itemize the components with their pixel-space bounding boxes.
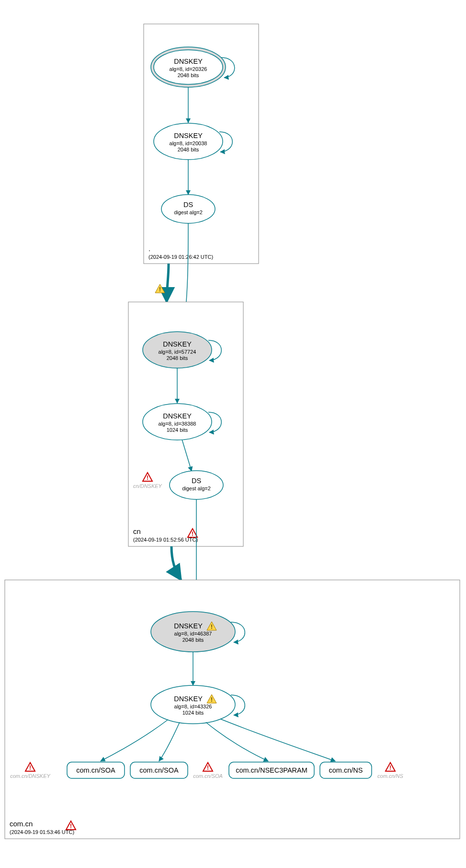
svg-text:digest alg=2: digest alg=2 (174, 209, 203, 215)
svg-text:2048 bits: 2048 bits (178, 147, 199, 152)
svg-text:com.cn/SOA: com.cn/SOA (139, 766, 179, 774)
svg-text:alg=8, id=57724: alg=8, id=57724 (159, 349, 196, 355)
svg-text:com.cn/NS: com.cn/NS (329, 766, 363, 774)
svg-text:alg=8, id=46387: alg=8, id=46387 (174, 631, 212, 637)
svg-text:DS: DS (192, 477, 201, 485)
svg-text:digest alg=2: digest alg=2 (182, 486, 211, 491)
zone-comcn-label: com.cn (10, 820, 33, 828)
svg-text:DNSKEY: DNSKEY (174, 58, 203, 65)
svg-text:DNSKEY: DNSKEY (163, 412, 192, 420)
svg-text:alg=8, id=43326: alg=8, id=43326 (174, 704, 212, 709)
svg-text:2048 bits: 2048 bits (167, 355, 188, 361)
leaf-nsec3param[interactable]: com.cn/NSEC3PARAM (229, 762, 314, 778)
ghost-cn-dnskey: cn/DNSKEY (133, 483, 162, 489)
svg-text:DNSKEY: DNSKEY (174, 132, 203, 139)
svg-text:1024 bits: 1024 bits (167, 427, 188, 433)
node-root-ksk[interactable]: DNSKEY alg=8, id=20326 2048 bits (151, 47, 226, 87)
zone-comcn-ts: (2024-09-19 01:53:46 UTC) (10, 829, 74, 835)
svg-text:DNSKEY: DNSKEY (163, 340, 192, 348)
svg-text:1024 bits: 1024 bits (182, 710, 204, 716)
svg-point-13 (161, 195, 215, 223)
svg-text:DNSKEY: DNSKEY (174, 695, 203, 703)
warning-icon (155, 284, 165, 293)
node-cn-ds[interactable]: DS digest alg=2 (170, 471, 223, 499)
zone-root-ts: (2024-09-19 01:26:42 UTC) (148, 254, 213, 260)
node-cn-zsk[interactable]: DNSKEY alg=8, id=38388 1024 bits (143, 404, 212, 440)
leaf-soa1[interactable]: com.cn/SOA (67, 762, 125, 778)
edge-cn-to-comcn-thick (171, 546, 181, 580)
node-root-zsk[interactable]: DNSKEY alg=8, id=20038 2048 bits (154, 123, 223, 160)
svg-text:alg=8, id=20326: alg=8, id=20326 (170, 66, 207, 72)
svg-text:alg=8, id=38388: alg=8, id=38388 (159, 421, 196, 427)
node-cn-ksk[interactable]: DNSKEY alg=8, id=57724 2048 bits (143, 332, 212, 368)
ghost-comcn-soa: com.cn/SOA (193, 773, 223, 779)
svg-text:2048 bits: 2048 bits (178, 72, 199, 78)
node-comcn-ksk[interactable]: DNSKEY alg=8, id=46387 2048 bits (151, 612, 235, 652)
svg-text:com.cn/NSEC3PARAM: com.cn/NSEC3PARAM (236, 766, 307, 774)
leaf-soa2[interactable]: com.cn/SOA (130, 762, 188, 778)
svg-text:DS: DS (183, 201, 193, 208)
ghost-comcn-ns: com.cn/NS (377, 773, 403, 779)
svg-text:alg=8, id=20038: alg=8, id=20038 (170, 140, 207, 146)
node-comcn-zsk[interactable]: DNSKEY alg=8, id=43326 1024 bits (151, 685, 235, 724)
svg-text:DNSKEY: DNSKEY (174, 622, 203, 630)
leaf-ns[interactable]: com.cn/NS (320, 762, 372, 778)
svg-point-24 (170, 471, 223, 499)
svg-text:com.cn/SOA: com.cn/SOA (76, 766, 115, 774)
node-root-ds[interactable]: DS digest alg=2 (161, 195, 215, 223)
svg-text:2048 bits: 2048 bits (182, 637, 204, 643)
edge-root-to-cn-thick (167, 264, 169, 302)
ghost-comcn-dnskey: com.cn/DNSKEY (10, 773, 50, 779)
zone-root-label: . (148, 244, 150, 253)
zone-cn-label: cn (133, 527, 141, 535)
